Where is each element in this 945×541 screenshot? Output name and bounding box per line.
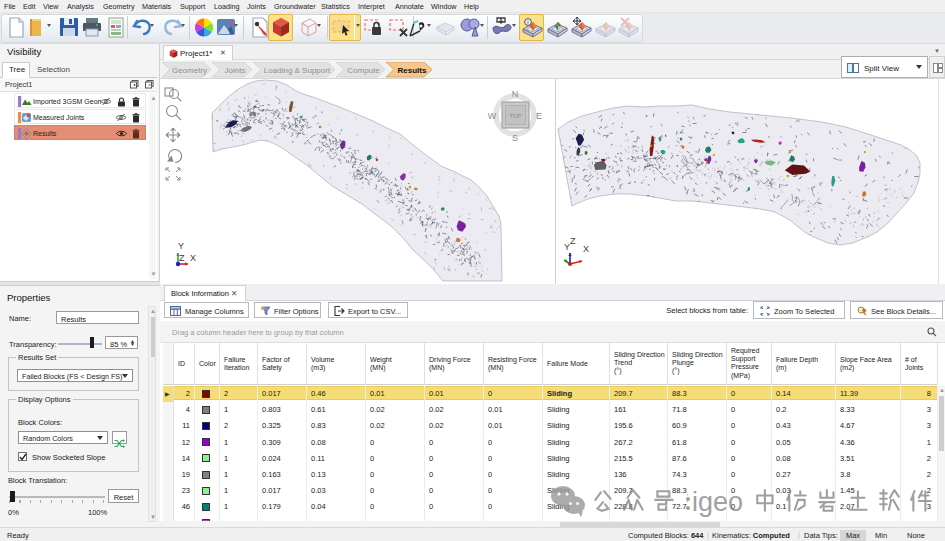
- svg-text:Compute: Compute: [347, 66, 380, 75]
- svg-text:X: X: [583, 244, 589, 254]
- svg-text:Y: Y: [178, 241, 184, 251]
- svg-text:Geometry: Geometry: [172, 66, 207, 75]
- svg-text:Y: Y: [564, 242, 570, 252]
- svg-text:Z: Z: [179, 253, 185, 263]
- svg-text:Z: Z: [570, 236, 576, 246]
- svg-text:TOP: TOP: [509, 113, 521, 119]
- svg-text:i: i: [527, 19, 528, 25]
- svg-text:N: N: [512, 89, 519, 99]
- svg-text:Joints: Joints: [225, 66, 246, 75]
- svg-text:S: S: [512, 133, 518, 143]
- svg-text:W: W: [488, 111, 497, 121]
- svg-text:E: E: [536, 111, 542, 121]
- svg-text:Results: Results: [398, 66, 427, 75]
- svg-text:X: X: [190, 253, 196, 263]
- svg-text:Loading & Support: Loading & Support: [264, 66, 331, 75]
